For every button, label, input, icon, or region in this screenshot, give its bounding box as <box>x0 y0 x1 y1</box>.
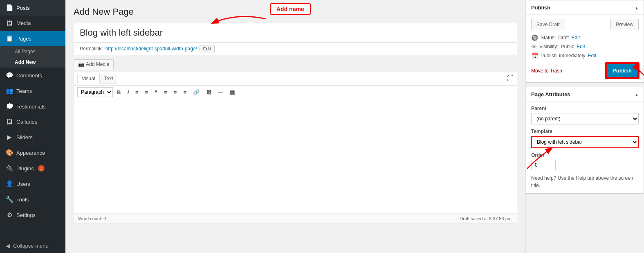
sidebar-item-testimonials[interactable]: 💭 Testimonials <box>0 99 65 114</box>
status-icon: 🔘 <box>531 34 538 41</box>
publish-button[interactable]: Publish <box>606 63 639 78</box>
parent-label: Parent <box>531 106 639 111</box>
status-value: Draft <box>558 35 569 41</box>
publish-time-value: immediately <box>559 53 585 59</box>
visibility-icon: 👁 <box>531 43 537 50</box>
align-center-button[interactable]: ≡ <box>171 88 180 97</box>
order-input[interactable] <box>531 160 556 170</box>
order-label: Order <box>531 152 639 158</box>
help-text: Need help? Use the Help tab above the sc… <box>531 174 639 189</box>
permalink-edit-button[interactable]: Edit <box>200 45 215 52</box>
bold-button[interactable]: B <box>114 88 123 97</box>
sidebar-item-pages[interactable]: 📋 Pages <box>0 31 65 46</box>
permalink-link[interactable]: http://localhost/delight-spa/full-width-… <box>105 46 197 52</box>
editor-area: Add New Page Add name Permalink: <box>65 0 525 253</box>
publish-actions: Move to Trash Publish <box>531 63 639 78</box>
template-label: Template <box>531 129 639 134</box>
align-left-button[interactable]: ≡ <box>162 88 170 97</box>
align-right-button[interactable]: ≡ <box>181 88 189 97</box>
tools-icon: 🔧 <box>6 196 13 203</box>
publish-time-row: 📅 Publish immediately Edit <box>531 52 639 59</box>
page-title-input[interactable] <box>74 23 517 42</box>
content-wrap: Add New Page Add name Permalink: <box>65 0 644 253</box>
permalink-row: Permalink: http://localhost/delight-spa/… <box>74 43 517 55</box>
permalink-label: Permalink: <box>80 46 103 52</box>
paragraph-select[interactable]: Paragraph <box>77 87 113 97</box>
publish-time-label: Publish <box>541 53 556 59</box>
draft-saved: Draft saved at 8:37:53 am. <box>460 216 513 221</box>
format-toolbar: Paragraph B I ≡ ≡ ❝ ≡ ≡ ≡ 🔗 ⛓ — ▦ <box>74 85 517 99</box>
sidebar-item-plugins[interactable]: 🔌 Plugins 1 <box>0 160 65 176</box>
collapse-menu-button[interactable]: ◀ Collapse menu <box>0 239 65 253</box>
tab-text[interactable]: Text <box>99 74 117 84</box>
italic-button[interactable]: I <box>125 88 131 97</box>
media-icon: 🖼 <box>6 20 13 27</box>
save-draft-button[interactable]: Save Draft <box>531 19 565 30</box>
sidebar-item-appearance[interactable]: 🎨 Appearance <box>0 145 65 160</box>
sidebar-item-galleries[interactable]: 🖼 Gallaries <box>0 114 65 129</box>
sliders-icon: ▶ <box>6 133 13 141</box>
ul-button[interactable]: ≡ <box>133 88 141 97</box>
add-media-button[interactable]: 📷 Add Media <box>74 59 114 69</box>
plugins-icon: 🔌 <box>6 165 13 172</box>
status-edit-link[interactable]: Edit <box>571 35 580 41</box>
sidebar-item-settings[interactable]: ⚙ Settings <box>0 207 65 223</box>
parent-select[interactable]: (no parent) <box>531 113 639 124</box>
page-attributes-metabox: Page Attributes Parent (no parent) Templ… <box>526 87 644 194</box>
visual-text-tabs: Visual Text <box>77 74 117 84</box>
appearance-icon: 🎨 <box>6 149 13 156</box>
page-title: Add New Page <box>74 7 517 17</box>
status-label: Status: <box>541 35 556 41</box>
add-media-icon: 📷 <box>78 61 84 67</box>
template-select[interactable]: Blog with left sidebar <box>531 136 639 148</box>
word-count: Word count: 0 <box>78 216 106 221</box>
unlink-button[interactable]: ⛓ <box>204 88 214 97</box>
table-button[interactable]: ▦ <box>227 88 237 97</box>
editor-footer: Word count: 0 Draft saved at 8:37:53 am. <box>74 213 517 224</box>
sidebar-item-comments[interactable]: 💬 Comments <box>0 68 65 83</box>
sidebar-item-teams[interactable]: 👥 Teams <box>0 83 65 99</box>
sidebar-item-media[interactable]: 🖼 Media <box>0 16 65 31</box>
users-icon: 👤 <box>6 180 13 187</box>
publish-time-icon: 📅 <box>531 52 538 59</box>
publish-metabox-header: Publish <box>526 0 644 15</box>
parent-row: Parent (no parent) <box>531 106 639 124</box>
page-attributes-header: Page Attributes <box>526 87 644 102</box>
pages-submenu: All Pages Add New <box>0 46 65 68</box>
ol-button[interactable]: ≡ <box>143 88 151 97</box>
pages-icon: 📋 <box>6 35 13 42</box>
comments-icon: 💬 <box>6 72 13 79</box>
sidebar-sub-all-pages[interactable]: All Pages <box>0 46 65 57</box>
sidebar: 📄 Posts 🖼 Media 📋 Pages All Pages Add Ne… <box>0 0 65 253</box>
sidebar-sub-add-new[interactable]: Add New <box>0 57 65 68</box>
visibility-edit-link[interactable]: Edit <box>577 44 585 50</box>
publish-toggle[interactable] <box>635 4 639 11</box>
title-input-container <box>74 23 517 43</box>
blockquote-button[interactable]: ❝ <box>152 88 160 97</box>
sidebar-item-posts[interactable]: 📄 Posts <box>0 0 65 16</box>
visibility-row: 👁 Visibility: Public Edit <box>531 43 639 50</box>
publish-metabox-body: Save Draft Preview 🔘 Status: Draft Edit … <box>526 15 644 82</box>
sidebar-item-sliders[interactable]: ▶ Sliders <box>0 129 65 145</box>
order-row: Order <box>531 152 639 170</box>
publish-time-edit-link[interactable]: Edit <box>588 53 596 59</box>
visibility-value: Public <box>561 44 574 50</box>
posts-icon: 📄 <box>6 4 13 11</box>
status-row: 🔘 Status: Draft Edit <box>531 34 639 41</box>
galleries-icon: 🖼 <box>6 118 13 125</box>
tab-visual[interactable]: Visual <box>77 74 99 84</box>
move-to-trash-link[interactable]: Move to Trash <box>531 68 562 74</box>
link-button[interactable]: 🔗 <box>191 88 202 97</box>
editor-body[interactable] <box>74 99 517 213</box>
sidebar-item-tools[interactable]: 🔧 Tools <box>0 192 65 207</box>
preview-button[interactable]: Preview <box>610 19 639 30</box>
sidebar-item-users[interactable]: 👤 Users <box>0 176 65 192</box>
right-sidebar: Publish Save Draft Preview 🔘 Status: Dra… <box>525 0 644 253</box>
fullscreen-icon[interactable]: ⛶ <box>507 75 514 82</box>
main-content: Add New Page Add name Permalink: <box>65 0 644 253</box>
plugins-badge: 1 <box>38 165 45 172</box>
collapse-icon: ◀ <box>6 243 10 249</box>
page-attributes-toggle[interactable] <box>635 90 639 98</box>
settings-icon: ⚙ <box>6 211 13 219</box>
more-button[interactable]: — <box>215 88 226 97</box>
